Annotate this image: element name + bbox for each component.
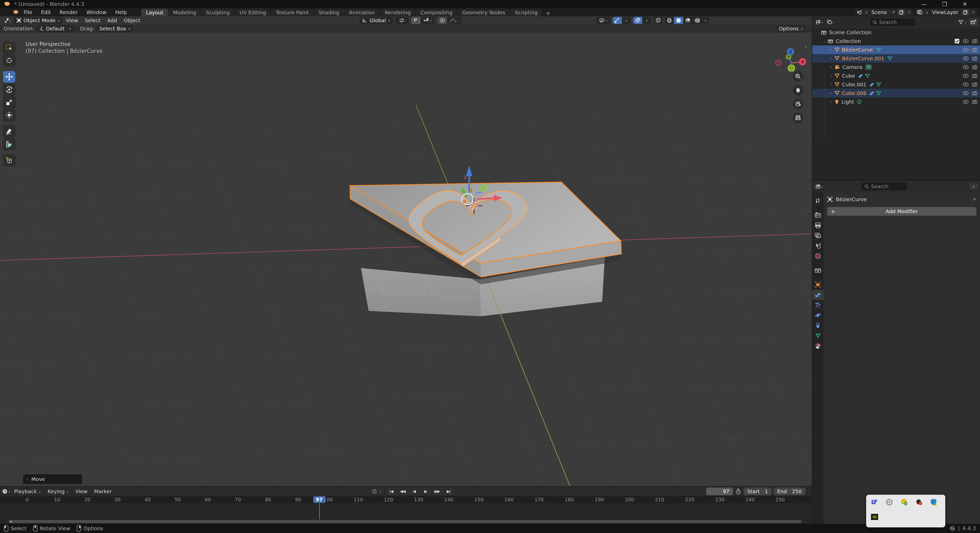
chevron-right-icon[interactable]: › xyxy=(827,73,834,78)
next-keyframe-button[interactable]: ▶▶ xyxy=(432,488,443,495)
outliner-row-light[interactable]: › Light xyxy=(812,97,980,106)
tray-nvidia-icon[interactable] xyxy=(871,513,878,521)
viewlayer-name[interactable]: ViewLayer xyxy=(931,9,960,15)
timeline-scrollbar[interactable] xyxy=(0,519,812,524)
properties-tab-modifiers[interactable] xyxy=(812,290,824,300)
maximize-button[interactable]: ❐ xyxy=(942,1,947,7)
properties-tab-tool[interactable] xyxy=(812,196,824,206)
snap-toggle[interactable] xyxy=(411,17,420,24)
proportional-falloff-dropdown[interactable]: ∨ xyxy=(447,17,462,24)
render-visibility-icon[interactable] xyxy=(972,39,977,43)
properties-tab-particles[interactable] xyxy=(812,300,824,310)
tool-transform-button[interactable] xyxy=(3,109,15,121)
editor-type-properties-icon[interactable]: ∨ xyxy=(815,183,824,190)
workspace-tab-uv-editing[interactable]: UV Editing xyxy=(235,9,270,16)
menu-edit[interactable]: Edit xyxy=(37,9,55,15)
xray-toggle[interactable] xyxy=(654,17,663,24)
frame-start-field[interactable]: Start 1 xyxy=(744,488,772,495)
render-visibility-icon[interactable] xyxy=(972,91,977,95)
outliner-row-cube-001[interactable]: › Cube.001 xyxy=(812,80,980,89)
drag-dropdown[interactable]: Select Box ∨ xyxy=(97,25,133,32)
properties-tab-object-data[interactable] xyxy=(812,331,824,341)
tool-cursor-button[interactable] xyxy=(3,55,15,66)
timeline-menu-marker[interactable]: Marker xyxy=(91,488,115,495)
outliner-item-label[interactable]: Cube.006 xyxy=(842,90,866,96)
eye-icon[interactable] xyxy=(963,48,969,52)
outliner-row-b-ziercurve-001[interactable]: › BézierCurve.001 xyxy=(812,54,980,63)
app-menu-icon[interactable] xyxy=(13,10,19,15)
workspace-tab-shading[interactable]: Shading xyxy=(314,9,344,16)
pan-hand-button[interactable] xyxy=(792,85,803,95)
viewport-menu-select[interactable]: Select xyxy=(81,18,104,24)
eye-icon[interactable] xyxy=(963,100,969,104)
viewport-3d[interactable]: User Perspective (97) Collection | Bézie… xyxy=(0,33,812,486)
editor-type-outliner-icon[interactable]: ∨ xyxy=(815,19,824,26)
properties-tab-output[interactable] xyxy=(812,220,824,231)
auto-keying-toggle[interactable]: ∨ xyxy=(370,488,384,495)
new-collection-button[interactable] xyxy=(969,19,978,26)
outliner-row-cube-006[interactable]: › Cube.006 xyxy=(812,89,980,97)
workspace-tab-sculpting[interactable]: Sculpting xyxy=(201,9,234,16)
breadcrumb-object-name[interactable]: BézierCurve xyxy=(836,196,867,202)
editor-type-3dview-icon[interactable]: ∨ xyxy=(3,17,12,24)
viewlayer-selector[interactable]: ∨ ViewLayer ✕ xyxy=(915,9,977,16)
outliner-item-label[interactable]: BézierCurve xyxy=(842,47,873,53)
toggle-ortho-button[interactable] xyxy=(792,112,803,123)
workspace-tab-layout[interactable]: Layout xyxy=(142,9,168,16)
new-scene-button[interactable] xyxy=(898,9,905,15)
menu-help[interactable]: Help xyxy=(111,9,131,15)
eye-icon[interactable] xyxy=(963,65,969,70)
snap-settings-dropdown[interactable]: ∨ xyxy=(420,17,435,24)
add-workspace-button[interactable]: + xyxy=(543,10,554,16)
outliner-item-label[interactable]: Collection xyxy=(836,38,861,44)
operator-panel-move[interactable]: › Move xyxy=(23,474,82,484)
orientation-dropdown[interactable]: Global ∨ xyxy=(360,17,393,24)
properties-tab-world[interactable] xyxy=(812,251,824,261)
workspace-tab-scripting[interactable]: Scripting xyxy=(510,9,542,16)
render-visibility-icon[interactable] xyxy=(972,48,977,52)
properties-tab-constraints[interactable] xyxy=(812,320,824,331)
current-frame-field[interactable]: 97 xyxy=(706,488,733,495)
outliner-search-input[interactable]: Search xyxy=(870,18,915,26)
pin-icon[interactable]: 📌︎ xyxy=(971,196,977,202)
workspace-tab-compositing[interactable]: Compositing xyxy=(416,9,457,16)
proportional-toggle[interactable] xyxy=(438,17,447,24)
options-dropdown[interactable]: Options ∨ xyxy=(776,25,806,32)
workspace-tab-modeling[interactable]: Modeling xyxy=(169,9,201,16)
render-visibility-icon[interactable] xyxy=(972,100,977,104)
stopwatch-icon[interactable] xyxy=(735,488,741,495)
tool-rotate-button[interactable] xyxy=(3,84,15,95)
chevron-down-icon[interactable]: ⌄ xyxy=(821,39,827,43)
playhead-frame-label[interactable]: 97 xyxy=(313,496,326,503)
timeline-menu-view[interactable]: View xyxy=(72,488,91,495)
shading-solid-button[interactable] xyxy=(674,17,683,24)
camera-view-button[interactable] xyxy=(792,99,803,109)
mode-dropdown[interactable]: Object Mode ∨ xyxy=(14,17,63,24)
new-viewlayer-button[interactable] xyxy=(962,9,969,15)
eye-icon[interactable] xyxy=(963,56,969,61)
viewport-menu-view[interactable]: View xyxy=(63,18,81,24)
properties-search-input[interactable]: Search xyxy=(862,183,907,190)
axis-neg-y-ball[interactable] xyxy=(788,65,795,72)
outliner-display-mode-icon[interactable]: ∨ xyxy=(826,19,835,26)
playhead-line[interactable] xyxy=(319,503,320,519)
jump-start-button[interactable]: |◀ xyxy=(386,488,397,495)
eye-icon[interactable] xyxy=(963,39,969,43)
unlink-scene-icon[interactable]: ✕ xyxy=(907,9,911,15)
tool-orientation-dropdown[interactable]: Default ∨ xyxy=(37,25,74,32)
tray-record-dot-icon[interactable] xyxy=(915,498,923,506)
properties-tab-collection[interactable] xyxy=(812,265,824,275)
tool-scale-button[interactable] xyxy=(3,97,15,108)
tool-add-cube-button[interactable] xyxy=(3,155,15,166)
outliner-row-scene-collection[interactable]: Scene Collection xyxy=(812,28,980,37)
navigation-gizmo[interactable]: Y Z X xyxy=(768,38,812,72)
editor-type-timeline-icon[interactable]: ∨ xyxy=(2,488,11,495)
play-button[interactable]: ▶ xyxy=(420,488,431,495)
timeline-menu-keying[interactable]: Keying ∨ xyxy=(44,488,72,495)
shading-dropdown[interactable]: ∨ xyxy=(702,17,709,24)
tool-annotate-button[interactable] xyxy=(3,126,15,137)
menu-render[interactable]: Render xyxy=(55,9,82,15)
properties-tab-render[interactable] xyxy=(812,210,824,220)
eye-icon[interactable] xyxy=(963,91,969,95)
chevron-right-icon[interactable]: › xyxy=(827,56,834,61)
